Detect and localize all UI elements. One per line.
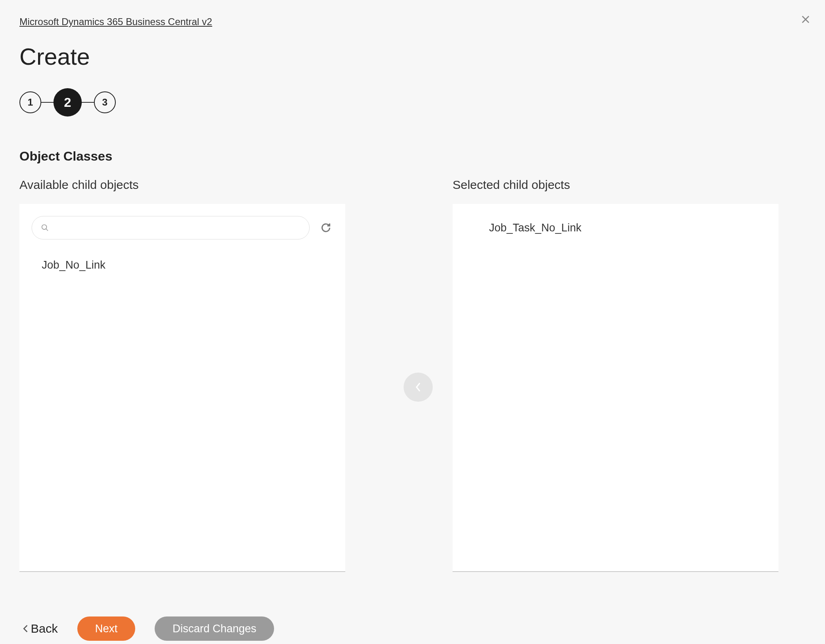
discard-button[interactable]: Discard Changes [155, 616, 274, 641]
move-left-button[interactable] [404, 373, 433, 402]
step-connector [41, 102, 53, 103]
close-icon [801, 15, 810, 24]
svg-point-2 [42, 225, 47, 230]
step-1[interactable]: 1 [19, 91, 41, 113]
search-icon [41, 224, 49, 232]
next-button[interactable]: Next [77, 616, 136, 641]
chevron-left-icon [23, 624, 28, 633]
available-panel: Job_No_Link [19, 204, 345, 572]
refresh-button[interactable] [319, 220, 333, 235]
back-button[interactable]: Back [23, 622, 58, 636]
breadcrumb-link[interactable]: Microsoft Dynamics 365 Business Central … [19, 16, 212, 28]
refresh-icon [320, 222, 332, 233]
selected-item[interactable]: Job_Task_No_Link [469, 216, 762, 240]
search-input[interactable] [53, 222, 300, 233]
search-input-wrap[interactable] [32, 216, 310, 239]
stepper: 1 2 3 [19, 88, 806, 117]
page-title: Create [19, 43, 806, 70]
step-3[interactable]: 3 [94, 91, 116, 113]
available-panel-label: Available child objects [19, 178, 345, 192]
chevron-left-icon [415, 382, 421, 392]
step-connector [82, 102, 94, 103]
step-2[interactable]: 2 [53, 88, 82, 117]
close-button[interactable] [797, 11, 814, 28]
back-label: Back [31, 622, 58, 636]
section-title: Object Classes [19, 149, 806, 164]
available-item[interactable]: Job_No_Link [42, 254, 333, 276]
selected-panel: Job_Task_No_Link [453, 204, 778, 572]
svg-line-3 [46, 229, 48, 231]
selected-panel-label: Selected child objects [453, 178, 778, 192]
